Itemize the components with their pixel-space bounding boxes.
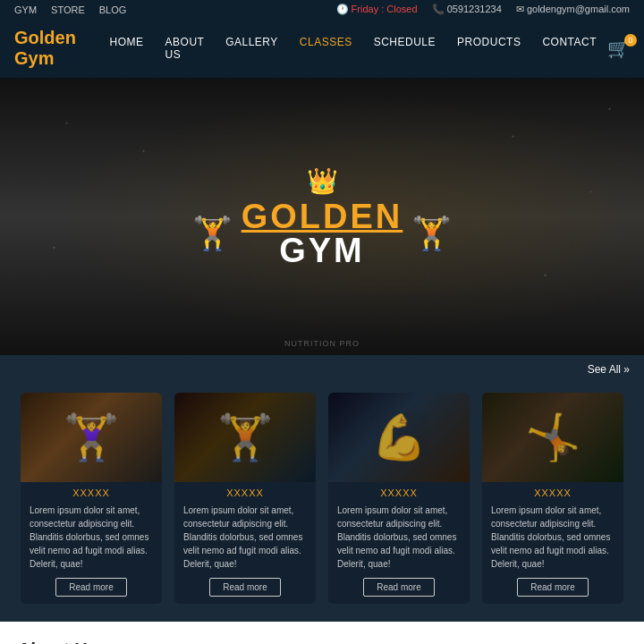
class-label-4: XXXXX — [482, 482, 623, 500]
hero-crown-icon: 👑 — [192, 166, 453, 196]
top-bar-links: GYM STORE BLOG — [14, 4, 126, 15]
cart-badge: 0 — [624, 34, 637, 47]
nav-contact[interactable]: CONTACT — [531, 23, 607, 61]
class-card-3: 💪 XXXXX Lorem ipsum dolor sit amet, cons… — [328, 393, 470, 604]
email-address: ✉ goldengym@gmail.com — [516, 4, 630, 15]
hero-watermark: NUTRITION PRO — [284, 339, 360, 348]
topbar-blog-link[interactable]: BLOG — [99, 4, 127, 15]
topbar-store-link[interactable]: STORE — [51, 4, 85, 15]
phone-number: 📞 0591231234 — [432, 4, 502, 15]
class-card-img-4: 🤸 — [482, 393, 623, 482]
class-figure-2-icon: 🏋️ — [217, 411, 273, 463]
read-more-btn-1[interactable]: Read more — [55, 578, 127, 597]
nav-about[interactable]: ABOUT US — [155, 23, 216, 73]
read-more-btn-3[interactable]: Read more — [363, 578, 435, 597]
nav-classes[interactable]: CLASSES — [289, 23, 363, 61]
star-deco: ✦ — [64, 120, 69, 126]
star-deco: ✦ — [607, 106, 612, 112]
top-bar: GYM STORE BLOG 🕐 Friday : Closed 📞 05912… — [0, 0, 644, 19]
class-label-1: XXXXX — [21, 482, 162, 500]
topbar-gym-link[interactable]: GYM — [14, 4, 37, 15]
star-deco: ✦ — [511, 133, 515, 140]
read-more-btn-4[interactable]: Read more — [517, 578, 589, 597]
dumbbell-left-icon: 🏋 — [192, 215, 233, 252]
hero-title-gym: GYM — [242, 233, 403, 267]
nav-home[interactable]: HOME — [99, 23, 155, 61]
class-card-2: 🏋️ XXXXX Lorem ipsum dolor sit amet, con… — [174, 393, 316, 604]
nav-gallery[interactable]: GALLERY — [215, 23, 289, 61]
class-body-2: Lorem ipsum dolor sit amet, consectetur … — [174, 500, 316, 604]
class-card-4: 🤸 XXXXX Lorem ipsum dolor sit amet, cons… — [482, 393, 623, 604]
class-img-overlay-2: 🏋️ — [174, 393, 316, 482]
nav-products[interactable]: PRODUCTS — [446, 23, 531, 61]
about-heading-text: About Us — [18, 640, 97, 644]
top-bar-info: 🕐 Friday : Closed 📞 0591231234 ✉ goldeng… — [336, 4, 630, 15]
site-logo: Golden Gym — [14, 19, 99, 78]
phone-icon: 📞 — [432, 4, 445, 14]
class-figure-3-icon: 💪 — [371, 411, 427, 463]
logo-white: Gym — [14, 48, 54, 68]
class-card-img-2: 🏋️ — [174, 393, 316, 482]
class-card-img-1: 🏋️‍♀️ — [21, 393, 162, 482]
about-section: About Us ▶ ▶ ROYALT ✦ tead ✦ ROYALTY ✦ 2… — [0, 622, 644, 644]
hero-section: ✦ ✦ ✦ ✦ ✦ × ✦ 👑 🏋 GOLDEN GYM 🏋 NUTRITION… — [0, 78, 644, 355]
class-figure-1-icon: 🏋️‍♀️ — [64, 411, 119, 463]
class-figure-4-icon: 🤸 — [525, 411, 580, 463]
class-card-img-3: 💪 — [328, 393, 470, 482]
nav-menu: HOME ABOUT US GALLERY CLASSES SCHEDULE P… — [99, 23, 607, 73]
class-text-4: Lorem ipsum dolor sit amet, consectetur … — [491, 504, 614, 571]
class-label-2: XXXXX — [174, 482, 316, 500]
about-heading: About Us — [18, 640, 626, 644]
classes-section: 🏋️‍♀️ XXXXX Lorem ipsum dolor sit amet, … — [0, 382, 644, 622]
hero-dumbbells: 🏋 GOLDEN GYM 🏋 — [192, 199, 453, 267]
class-img-overlay-1: 🏋️‍♀️ — [21, 393, 162, 482]
business-status: 🕐 Friday : Closed — [336, 4, 418, 15]
hero-title-golden: GOLDEN — [242, 199, 403, 233]
read-more-btn-2[interactable]: Read more — [209, 578, 281, 597]
class-label-3: XXXXX — [328, 482, 470, 500]
cart-button[interactable]: 🛒 0 — [607, 38, 630, 59]
dumbbell-right-icon: 🏋 — [411, 215, 452, 252]
email-icon: ✉ — [516, 4, 524, 14]
main-nav: Golden Gym HOME ABOUT US GALLERY CLASSES… — [0, 19, 644, 78]
clock-icon: 🕐 — [336, 4, 349, 14]
class-text-1: Lorem ipsum dolor sit amet, consectetur … — [30, 504, 153, 571]
hero-content: 👑 🏋 GOLDEN GYM 🏋 — [192, 166, 453, 267]
class-body-4: Lorem ipsum dolor sit amet, consectetur … — [482, 500, 623, 604]
logo-gold: Golden — [14, 28, 76, 47]
hero-title: GOLDEN GYM — [242, 199, 403, 267]
class-body-1: Lorem ipsum dolor sit amet, consectetur … — [21, 500, 162, 604]
see-all-link[interactable]: See All » — [588, 363, 630, 376]
star-deco: × — [589, 189, 593, 194]
see-all-bar: See All » — [0, 355, 644, 382]
class-img-overlay-3: 💪 — [328, 393, 470, 482]
class-img-overlay-4: 🤸 — [482, 393, 623, 482]
star-deco: ✦ — [141, 148, 146, 154]
class-text-3: Lorem ipsum dolor sit amet, consectetur … — [337, 504, 461, 571]
star-deco: ✦ — [543, 272, 547, 278]
class-text-2: Lorem ipsum dolor sit amet, consectetur … — [183, 504, 307, 571]
class-card-1: 🏋️‍♀️ XXXXX Lorem ipsum dolor sit amet, … — [21, 393, 162, 604]
star-deco: ✦ — [52, 244, 56, 250]
nav-schedule[interactable]: SCHEDULE — [363, 23, 446, 61]
class-body-3: Lorem ipsum dolor sit amet, consectetur … — [328, 500, 470, 604]
